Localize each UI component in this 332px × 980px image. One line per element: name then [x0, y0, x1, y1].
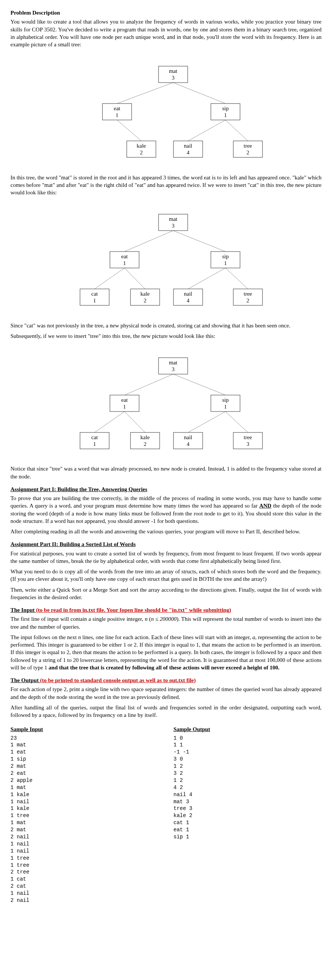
svg-line-55: [225, 412, 248, 433]
svg-text:tree: tree: [244, 434, 252, 440]
part1-heading: Assignment Part I: Building the Tree, An…: [10, 485, 322, 493]
svg-text:sip: sip: [222, 253, 229, 259]
svg-text:cat: cat: [91, 291, 98, 297]
text: The input follows on the next: [10, 634, 78, 640]
output-heading: The Output (to be printed to standard co…: [10, 676, 322, 684]
svg-text:cat: cat: [91, 434, 98, 440]
tree-diagram-1: mat3eat1sip1kale2nail4tree2: [10, 55, 322, 165]
svg-text:2: 2: [246, 150, 249, 156]
svg-text:1: 1: [123, 260, 126, 266]
svg-text:2: 2: [140, 150, 143, 156]
svg-text:1: 1: [224, 112, 227, 118]
part2-paragraph-1: For statistical purposes, you want to cr…: [10, 550, 322, 565]
part2-paragraph-3: Then, write either a Quick Sort or a Mer…: [10, 586, 322, 601]
svg-line-4: [225, 120, 248, 141]
svg-text:mat: mat: [169, 360, 177, 366]
sample-output-text: 1 0 1 1 -1 -1 3 0 1 2 3 2 1 2 4 2 nail 4…: [174, 735, 322, 841]
svg-text:kale: kale: [140, 434, 150, 440]
svg-text:mat: mat: [169, 68, 177, 74]
emphasized-and: AND: [259, 503, 271, 509]
var-n: n: [145, 616, 148, 622]
svg-text:tree: tree: [244, 143, 252, 149]
svg-text:2: 2: [144, 298, 147, 304]
svg-text:3: 3: [172, 223, 175, 229]
svg-line-0: [117, 83, 173, 103]
sample-input-column: Sample Input 23 1 mat 1 eat 1 sip 2 mat …: [10, 725, 158, 904]
svg-text:sip: sip: [222, 105, 229, 111]
svg-line-25: [94, 268, 124, 289]
svg-line-26: [124, 268, 145, 289]
part2-heading: Assignment Part II: Building a Sorted Li…: [10, 541, 322, 548]
svg-line-3: [188, 120, 225, 141]
svg-line-27: [188, 268, 225, 289]
svg-line-54: [188, 412, 225, 433]
page-title: Problem Description: [10, 9, 322, 16]
svg-text:1: 1: [123, 404, 126, 410]
svg-text:2: 2: [246, 298, 249, 304]
svg-text:eat: eat: [114, 105, 120, 111]
svg-text:nail: nail: [184, 143, 193, 149]
svg-line-52: [94, 412, 124, 433]
svg-text:3: 3: [172, 75, 175, 81]
svg-text:nail: nail: [184, 291, 193, 297]
svg-line-53: [124, 412, 145, 433]
svg-text:nail: nail: [184, 434, 193, 440]
sample-row: Sample Input 23 1 mat 1 eat 1 sip 2 mat …: [10, 725, 322, 904]
output-heading-note: (to be printed to standard console outpu…: [40, 677, 196, 683]
part2-paragraph-2: What you need to do is copy all of the w…: [10, 568, 322, 583]
svg-text:1: 1: [224, 260, 227, 266]
text: lines, one line for each action. Each of…: [81, 634, 252, 640]
svg-text:2: 2: [144, 441, 147, 447]
input-heading: The Input (to be read in from in.txt fil…: [10, 606, 322, 614]
svg-text:3: 3: [246, 441, 249, 447]
paragraph-after-tree2-a: Since "cat" was not previously in the tr…: [10, 322, 322, 329]
svg-line-28: [225, 268, 248, 289]
text: The first line of input will contain a s…: [10, 616, 145, 622]
constraint-n: n ≤ 200000: [151, 616, 177, 622]
input-heading-label: The Input: [10, 607, 36, 613]
svg-text:1: 1: [115, 112, 118, 118]
svg-line-2: [117, 120, 141, 141]
svg-text:1: 1: [93, 298, 96, 304]
output-heading-label: The Output: [10, 677, 40, 683]
part1-paragraph-2: After completing reading in all the word…: [10, 528, 322, 535]
bold-constraint: and that the tree that is created by fol…: [49, 665, 279, 671]
paragraph-after-tree1: In this tree, the word "mat" is stored i…: [10, 174, 322, 197]
text: (: [148, 616, 151, 622]
input-paragraph-2: The input follows on the next n lines, o…: [10, 633, 322, 671]
sample-input-heading: Sample Input: [10, 725, 158, 733]
sample-input-text: 23 1 mat 1 eat 1 sip 2 mat 2 eat 2 apple…: [10, 735, 158, 904]
intro-paragraph: You would like to create a tool that all…: [10, 18, 322, 48]
svg-line-51: [173, 374, 225, 395]
svg-line-50: [124, 374, 173, 395]
input-heading-note: (to be read in from in.txt file. Your fo…: [36, 607, 231, 613]
svg-text:sip: sip: [222, 397, 229, 403]
svg-text:mat: mat: [169, 216, 177, 222]
svg-text:4: 4: [187, 150, 190, 156]
svg-line-1: [173, 83, 225, 103]
svg-text:tree: tree: [244, 291, 252, 297]
tree-diagram-3: mat3eat1sip1cat1kale2nail4tree3: [10, 347, 322, 457]
svg-text:kale: kale: [137, 143, 146, 149]
svg-text:1: 1: [93, 441, 96, 447]
output-paragraph-2: After handling all of the queries, outpu…: [10, 704, 322, 719]
svg-text:4: 4: [187, 441, 190, 447]
svg-text:kale: kale: [140, 291, 150, 297]
paragraph-after-tree2-b: Subsequently, if we were to insert "tree…: [10, 332, 322, 340]
svg-text:eat: eat: [121, 397, 128, 403]
tree-diagram-2: mat3eat1sip1cat1kale2nail4tree2: [10, 203, 322, 313]
part1-paragraph-1: To prove that you are building the tree …: [10, 495, 322, 525]
svg-text:4: 4: [187, 298, 190, 304]
output-paragraph-1: For each action of type 2, print a singl…: [10, 686, 322, 701]
svg-line-23: [124, 231, 173, 251]
sample-output-heading: Sample Output: [174, 725, 322, 733]
svg-text:1: 1: [224, 404, 227, 410]
svg-line-24: [173, 231, 225, 251]
svg-text:eat: eat: [121, 253, 128, 259]
input-paragraph-1: The first line of input will contain a s…: [10, 615, 322, 630]
paragraph-after-tree3: Notice that since "tree" was a word that…: [10, 465, 322, 480]
sample-output-column: Sample Output 1 0 1 1 -1 -1 3 0 1 2 3 2 …: [174, 725, 322, 904]
svg-text:3: 3: [172, 366, 175, 372]
